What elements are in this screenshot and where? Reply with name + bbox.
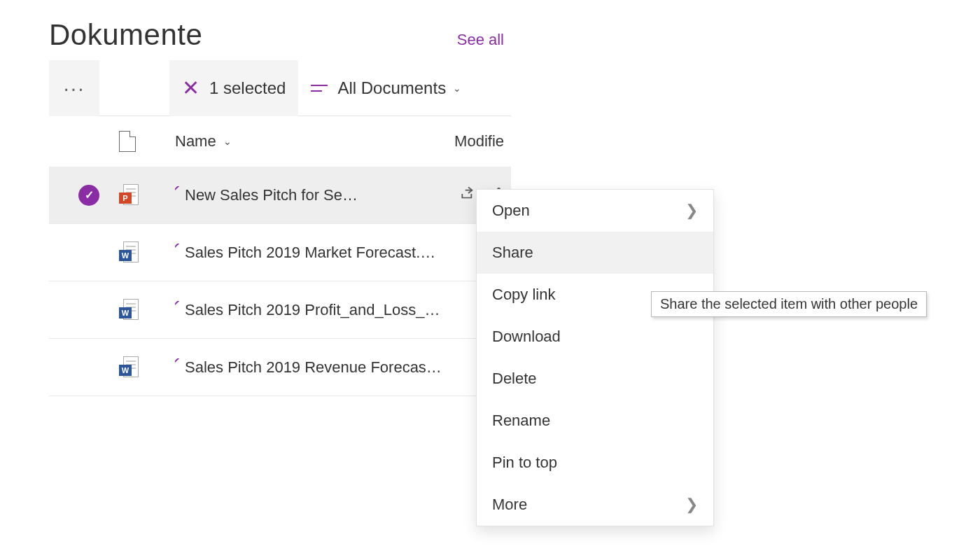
see-all-link[interactable]: See all: [457, 31, 504, 49]
file-name[interactable]: Sales Pitch 2019 Revenue Forecas…: [185, 358, 442, 377]
chevron-right-icon: ❯: [685, 496, 698, 514]
file-row[interactable]: ✓ P New Sales Pitch for Se…: [49, 167, 511, 224]
word-file-icon: W: [119, 356, 139, 379]
page-header: Dokumente See all: [49, 18, 511, 52]
chevron-down-icon: ⌄: [453, 83, 461, 94]
context-menu: Open ❯ Share Copy link Download Delete R…: [476, 189, 714, 526]
document-icon: [119, 131, 136, 152]
powerpoint-file-icon: P: [119, 184, 139, 206]
file-row[interactable]: W Sales Pitch 2019 Market Forecast.…: [49, 224, 511, 281]
file-row[interactable]: W Sales Pitch 2019 Profit_and_Loss_…: [49, 281, 511, 339]
selection-cell[interactable]: ✓: [57, 185, 119, 206]
chevron-down-icon: ⌄: [223, 136, 232, 147]
page-title: Dokumente: [49, 18, 202, 52]
menu-share[interactable]: Share: [477, 232, 713, 274]
file-name[interactable]: Sales Pitch 2019 Market Forecast.…: [185, 244, 435, 262]
modified-column-header[interactable]: Modifie: [454, 132, 511, 150]
clear-selection-button[interactable]: ✕ 1 selected: [169, 60, 298, 116]
menu-rename[interactable]: Rename: [477, 400, 713, 442]
menu-more[interactable]: More ❯: [477, 484, 713, 526]
toolbar: ··· ✕ 1 selected All Documents ⌄: [49, 60, 511, 116]
file-row[interactable]: W Sales Pitch 2019 Revenue Forecas…: [49, 339, 511, 396]
list-view-icon: [311, 83, 328, 94]
file-icon-header: [119, 131, 175, 152]
share-icon[interactable]: [459, 184, 477, 206]
table-header: Name ⌄ Modifie: [49, 116, 511, 167]
menu-download[interactable]: Download: [477, 316, 713, 358]
selected-check-icon: ✓: [78, 185, 99, 206]
chevron-right-icon: ❯: [685, 202, 698, 220]
more-dots-icon: ···: [63, 76, 85, 100]
share-tooltip: Share the selected item with other peopl…: [651, 291, 927, 317]
selection-count: 1 selected: [209, 78, 286, 98]
name-column-header[interactable]: Name ⌄: [175, 132, 454, 150]
close-icon: ✕: [182, 78, 200, 99]
file-name[interactable]: Sales Pitch 2019 Profit_and_Loss_…: [185, 301, 440, 319]
menu-open[interactable]: Open ❯: [477, 190, 713, 232]
menu-delete[interactable]: Delete: [477, 358, 713, 400]
file-name[interactable]: New Sales Pitch for Se…: [185, 186, 358, 204]
overflow-button[interactable]: ···: [49, 60, 99, 116]
word-file-icon: W: [119, 241, 139, 264]
word-file-icon: W: [119, 299, 139, 321]
menu-pin-to-top[interactable]: Pin to top: [477, 442, 713, 484]
view-dropdown[interactable]: All Documents ⌄: [298, 60, 474, 116]
view-label: All Documents: [337, 78, 446, 98]
